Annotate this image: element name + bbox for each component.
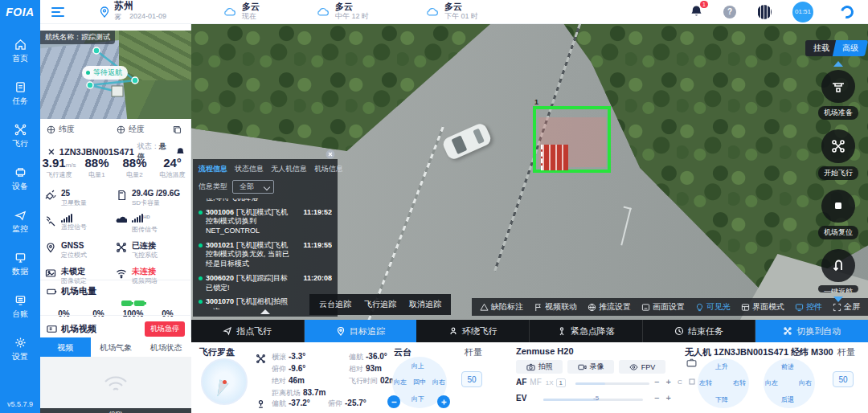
af-label[interactable]: AF <box>516 378 526 386</box>
gimbal-down-button[interactable]: 向下 <box>411 395 424 403</box>
ev-minus-button[interactable]: − <box>654 393 659 403</box>
descend-button[interactable]: 下降 <box>715 395 728 404</box>
fullscreen-button[interactable]: 全屏 <box>833 301 860 313</box>
dock-reset-button[interactable] <box>821 190 855 223</box>
ascend-button[interactable]: 上升 <box>715 362 728 371</box>
stream-settings-button[interactable]: 推流设置 <box>588 301 631 313</box>
capture-small-icon[interactable] <box>686 358 697 367</box>
sidebar-item-monitor[interactable]: 监控 <box>12 209 28 235</box>
dock-prepare-button[interactable] <box>821 70 855 103</box>
record-icon <box>578 363 587 371</box>
close-icon[interactable] <box>326 149 335 159</box>
wifi-icon <box>116 268 127 279</box>
video-feed[interactable]: 1 挂载 高级 机场准备 开始飞行 机场复位 一键返航 <box>191 24 868 342</box>
gimbal-track-button[interactable]: 云台追踪 <box>319 299 351 310</box>
sidebar-item-label: 设置 <box>12 351 28 362</box>
tab-point-flight[interactable]: 指点飞行 <box>191 320 305 342</box>
sidebar-item-data[interactable]: 数据 <box>12 251 28 277</box>
sidebar-item-ledger[interactable]: 台账 <box>12 294 28 320</box>
mf-label[interactable]: MF <box>530 378 541 386</box>
sidebar-item-settings[interactable]: 设置 <box>12 337 28 362</box>
toggle-advanced[interactable]: 高级 <box>833 40 868 56</box>
sidebar-item-label: 监控 <box>12 223 28 235</box>
widgets-button[interactable]: 控件 <box>795 301 822 313</box>
drone-icon <box>14 124 27 136</box>
tracking-box[interactable]: 1 <box>533 106 611 173</box>
log-filter-dropdown[interactable]: 全部 <box>232 180 274 194</box>
defect-annotate-button[interactable]: 缺陷标注 <box>480 301 523 313</box>
stick-value-right[interactable]: 50 <box>833 371 854 387</box>
log-tab-status[interactable]: 状态信息 <box>235 164 264 174</box>
tab-dock-weather[interactable]: 机场气象 <box>91 337 141 358</box>
transmission-icon <box>116 215 127 227</box>
dock-estop-button[interactable]: 机场急停 <box>145 321 185 337</box>
tab-emergency-landing[interactable]: 紧急点降落 <box>530 320 643 342</box>
stream-globe-icon <box>588 303 596 312</box>
app-root: FOIA 首页 任务 飞行 设备 监控 <box>0 0 868 413</box>
fpv-button[interactable]: FPV <box>619 360 665 374</box>
notifications-button[interactable]: 1 <box>690 5 702 19</box>
log-collapse-arrow[interactable] <box>260 309 270 314</box>
sidebar-item-devices[interactable]: 设备 <box>12 166 28 192</box>
menu-icon[interactable] <box>51 7 64 17</box>
gimbal-center-button[interactable]: 回中 <box>413 378 426 386</box>
zoom-value[interactable]: 1 <box>556 378 566 387</box>
log-tab-dock[interactable]: 机场信息 <box>314 164 343 174</box>
log-tab-drone[interactable]: 无人机信息 <box>271 164 307 174</box>
stick-value-left[interactable]: 50 <box>461 371 482 387</box>
help-button[interactable]: ? <box>723 6 736 18</box>
focus-slider[interactable] <box>575 382 649 385</box>
tab-dock-status[interactable]: 机场状态 <box>141 337 191 358</box>
dock-video-placeholder <box>40 357 191 408</box>
gimbal-zoom-out-button[interactable] <box>387 395 400 408</box>
flight-track-button[interactable]: 飞行追踪 <box>364 299 396 310</box>
turn-right-button[interactable]: 右转 <box>733 378 746 387</box>
start-flight-button[interactable] <box>821 129 855 162</box>
globe-icon[interactable] <box>757 5 772 19</box>
move-right-button[interactable]: 向右 <box>799 378 812 387</box>
record-button[interactable]: 录像 <box>567 360 614 374</box>
cancel-track-button[interactable]: 取消追踪 <box>409 299 441 310</box>
move-left-button[interactable]: 向左 <box>765 378 778 387</box>
sidebar-item-tasks[interactable]: 任务 <box>12 81 28 107</box>
return-home-button[interactable] <box>821 249 855 282</box>
route-map-thumbnail[interactable]: 航线名称：跟踪测试 等待返航 <box>40 31 191 119</box>
rail-scroll-up[interactable] <box>833 61 843 67</box>
display-settings-button[interactable]: 画面设置 <box>641 301 685 313</box>
sidebar-item-home[interactable]: 首页 <box>12 39 28 64</box>
tab-orbit-flight[interactable]: 环绕飞行 <box>416 320 530 342</box>
throttle-pad: 上升 左转 右转 下降 <box>698 358 749 408</box>
logout-icon[interactable] <box>838 3 856 21</box>
photo-button[interactable]: 拍照 <box>516 360 563 374</box>
tab-target-tracking[interactable]: 目标追踪 <box>305 320 417 342</box>
turn-left-button[interactable]: 左转 <box>699 378 712 387</box>
sidebar-item-label: 首页 <box>12 53 28 64</box>
forward-button[interactable]: 前进 <box>781 362 794 371</box>
grid-fc-system: 已连接飞控系统 <box>116 241 186 260</box>
tab-video[interactable]: 视频 <box>40 337 91 358</box>
gimbal-zoom-in-button[interactable] <box>437 395 450 408</box>
log-tab-process[interactable]: 流程信息 <box>199 164 227 174</box>
visible-light-button[interactable]: 可见光 <box>695 301 731 313</box>
avatar-timer[interactable]: 01:51 <box>792 2 813 22</box>
video-linkage-button[interactable]: 视频联动 <box>534 301 577 313</box>
gimbal-left-button[interactable]: 向左 <box>394 378 407 386</box>
return-icon <box>830 257 846 273</box>
focus-minus-button[interactable]: − <box>654 377 659 386</box>
focus-plus-button[interactable]: + <box>665 377 670 386</box>
focus-c-button[interactable]: C <box>678 378 682 386</box>
copy-icon[interactable] <box>173 125 182 134</box>
gimbal-up-button[interactable]: 向上 <box>411 362 424 370</box>
tracking-target-id: 1 <box>534 98 538 106</box>
tab-end-task[interactable]: 结束任务 <box>643 320 756 342</box>
backward-button[interactable]: 后退 <box>781 395 794 404</box>
interface-mode-button[interactable]: 界面模式 <box>741 301 784 313</box>
rail-scroll-down[interactable] <box>833 296 843 302</box>
ev-slider[interactable]: -5 <box>543 399 643 401</box>
sidebar-item-flight[interactable]: 飞行 <box>12 124 28 149</box>
gimbal-right-button[interactable]: 向右 <box>432 378 445 386</box>
tab-switch-auto[interactable]: 切换到自动 <box>755 320 868 342</box>
map-status-tooltip: 等待返航 <box>82 66 128 80</box>
focus-frame-icon[interactable] <box>689 378 695 385</box>
ev-plus-button[interactable]: + <box>665 393 670 403</box>
